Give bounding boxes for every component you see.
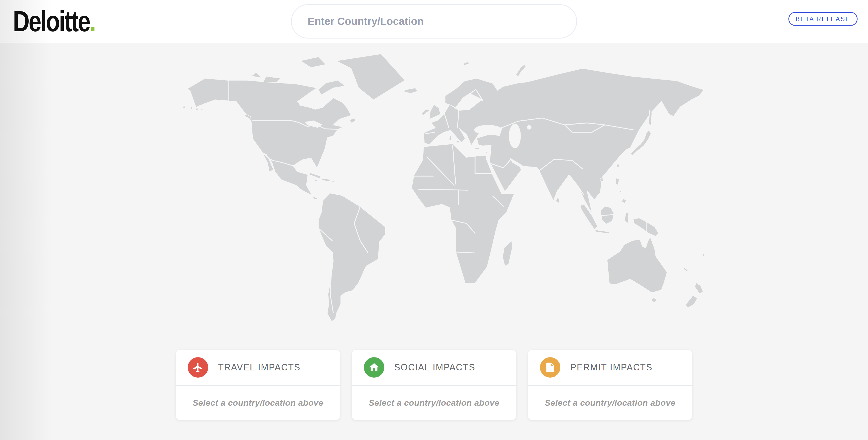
search-container bbox=[291, 4, 577, 38]
home-icon bbox=[364, 357, 384, 378]
permit-impacts-body: Select a country/location above bbox=[528, 385, 692, 420]
empty-state-text: Select a country/location above bbox=[545, 398, 676, 408]
impact-cards: TRAVEL IMPACTS Select a country/location… bbox=[176, 350, 692, 420]
permit-impacts-header[interactable]: PERMIT IMPACTS bbox=[528, 350, 692, 385]
brand-name: Deloitte bbox=[13, 5, 90, 37]
card-title: PERMIT IMPACTS bbox=[570, 362, 653, 373]
card-title: SOCIAL IMPACTS bbox=[394, 362, 475, 373]
header: Deloitte. BETA RELEASE bbox=[0, 0, 868, 43]
travel-impacts-body: Select a country/location above bbox=[176, 385, 340, 420]
world-map[interactable] bbox=[169, 51, 706, 332]
travel-impacts-header[interactable]: TRAVEL IMPACTS bbox=[176, 350, 340, 385]
country-search-input[interactable] bbox=[291, 4, 577, 38]
airplane-icon bbox=[188, 357, 208, 378]
empty-state-text: Select a country/location above bbox=[369, 398, 499, 408]
brand-dot: . bbox=[90, 5, 96, 37]
travel-impacts-card: TRAVEL IMPACTS Select a country/location… bbox=[176, 350, 340, 420]
permit-impacts-card: PERMIT IMPACTS Select a country/location… bbox=[528, 350, 692, 420]
deloitte-logo: Deloitte. bbox=[13, 7, 117, 36]
social-impacts-card: SOCIAL IMPACTS Select a country/location… bbox=[352, 350, 516, 420]
left-edge-shadow bbox=[0, 0, 52, 440]
card-title: TRAVEL IMPACTS bbox=[218, 362, 301, 373]
document-icon bbox=[540, 357, 560, 378]
beta-release-badge: BETA RELEASE bbox=[788, 12, 858, 26]
social-impacts-body: Select a country/location above bbox=[352, 385, 516, 420]
social-impacts-header[interactable]: SOCIAL IMPACTS bbox=[352, 350, 516, 385]
empty-state-text: Select a country/location above bbox=[192, 398, 323, 408]
